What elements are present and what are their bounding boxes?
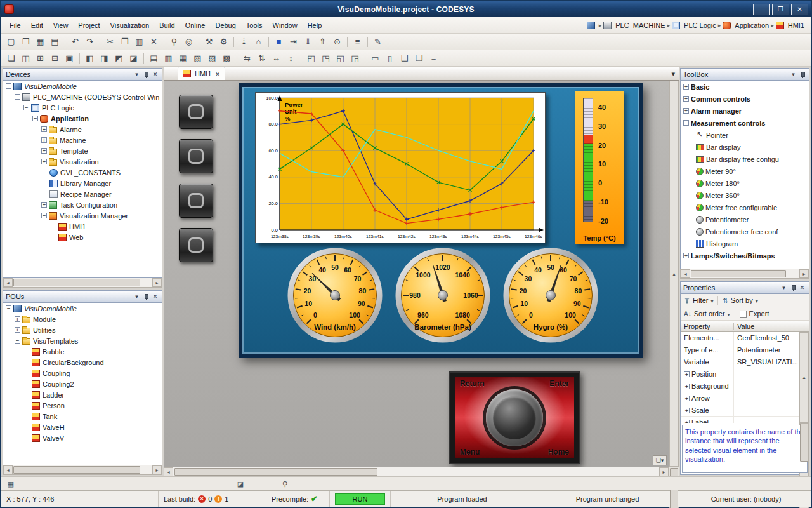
scroll-up-icon[interactable] [799, 332, 809, 423]
find-icon[interactable]: ⚲ [167, 35, 181, 48]
panel-menu-icon[interactable] [780, 284, 788, 292]
tree-item-plc-logic[interactable]: −PLC Logic [3, 102, 162, 113]
stop-icon[interactable]: ■ [272, 35, 286, 48]
layout-grid-icon[interactable]: ▦ [176, 51, 190, 65]
cut-icon[interactable]: ✂ [103, 35, 117, 48]
menu-debug[interactable]: Debug [211, 20, 240, 31]
close-panel-icon[interactable] [151, 293, 159, 301]
expander-icon[interactable]: + [683, 253, 689, 258]
tree-item-alarme[interactable]: +Alarme [3, 124, 162, 135]
property-row-scale[interactable]: +Scale [681, 404, 799, 417]
open-project-icon[interactable]: ❒ [18, 35, 33, 48]
toolbox-item-potentiometer-free-conf[interactable]: Potentiometer free conf [681, 225, 809, 237]
build-icon[interactable]: ⚒ [202, 35, 216, 48]
scroll-right-icon[interactable] [152, 465, 162, 474]
tree-item-person[interactable]: Person [3, 400, 162, 411]
property-column-header[interactable]: Property [681, 323, 734, 330]
toolbox-item-meter-180[interactable]: Meter 180° [681, 177, 809, 189]
expander-icon[interactable]: − [6, 305, 11, 311]
tree-item-machine[interactable]: +Machine [3, 135, 162, 145]
toolbox-item-alarm-manager[interactable]: +Alarm manager [681, 105, 809, 117]
menu-edit[interactable]: Edit [27, 20, 48, 31]
tree-item-module[interactable]: +Module [3, 314, 162, 324]
close-panel-icon[interactable] [151, 70, 159, 79]
toolbox-item-meter-360[interactable]: Meter 360° [681, 189, 809, 201]
expander-icon[interactable]: + [684, 420, 690, 424]
group-icon[interactable]: ▭ [368, 51, 383, 65]
expander-icon[interactable]: + [683, 84, 689, 90]
editor-hscrollbar[interactable] [164, 467, 679, 476]
expander-icon[interactable]: + [684, 371, 690, 377]
menu-build[interactable]: Build [155, 20, 179, 31]
scroll-left-icon[interactable] [681, 269, 690, 278]
tree-item-circularbackground[interactable]: CircularBackground [3, 357, 162, 368]
undo-icon[interactable]: ↶ [68, 35, 82, 48]
menu-window[interactable]: Window [268, 20, 302, 31]
toolbox-hscrollbar[interactable] [680, 269, 809, 279]
toolbox-item-bar-display-free-configu[interactable]: Bar display free configu [681, 153, 809, 165]
expander-icon[interactable]: + [41, 148, 47, 154]
menu-project[interactable]: Project [74, 20, 104, 31]
tree-item-bubble[interactable]: Bubble [3, 346, 162, 357]
scroll-thumb[interactable] [174, 468, 377, 476]
tab-hmi1[interactable]: HMI1 [178, 67, 225, 80]
zoom-tool-icon[interactable] [278, 478, 292, 490]
swap-vertical-icon[interactable]: ⇅ [254, 51, 269, 65]
tree-item-application[interactable]: −Application [3, 113, 162, 124]
layers-button[interactable] [653, 455, 667, 465]
menu-online[interactable]: Online [181, 20, 210, 31]
visualization-editor-canvas[interactable]: 100.080.060.040.020.00.0123m38s123m39s12… [164, 81, 669, 467]
scroll-thumb[interactable] [691, 270, 786, 277]
tree-item-tank[interactable]: Tank [3, 411, 162, 422]
pin-icon[interactable] [790, 284, 797, 292]
pin-icon[interactable] [799, 70, 806, 79]
save-icon[interactable]: ▦ [33, 35, 48, 48]
rows-icon[interactable]: ▤ [147, 51, 161, 65]
property-row-arrow[interactable]: +Arrow [681, 392, 799, 404]
print-icon[interactable]: ▤ [48, 35, 62, 48]
expander-icon[interactable]: − [32, 116, 38, 121]
pous-hscrollbar[interactable] [3, 465, 162, 475]
toolbox-item-meter-free-configurable[interactable]: Meter free configurable [681, 201, 809, 213]
expander-icon[interactable]: + [41, 202, 47, 208]
delete-icon[interactable]: ✕ [147, 35, 161, 48]
sort-by-dropdown-icon[interactable] [756, 297, 758, 304]
copy-icon[interactable]: ❐ [117, 35, 132, 48]
tree-item-visudemomobile[interactable]: −VisuDemoMobile [3, 81, 162, 91]
maximize-button[interactable] [772, 4, 789, 15]
pin-icon[interactable] [143, 293, 150, 301]
expander-icon[interactable]: − [41, 213, 47, 218]
phone-button-4[interactable] [179, 228, 213, 262]
align-left-icon[interactable]: ◧ [82, 51, 97, 65]
close-tab-icon[interactable] [215, 70, 220, 77]
panel-menu-icon[interactable] [133, 70, 141, 79]
value-column-header[interactable]: Value [734, 323, 809, 330]
property-row-position[interactable]: +Position [681, 368, 799, 380]
step-into-icon[interactable]: ⇓ [301, 35, 315, 48]
expander-icon[interactable]: − [23, 105, 29, 110]
tree-item-hmi1[interactable]: HMI1 [3, 221, 162, 232]
property-row-label[interactable]: +Label [681, 417, 799, 423]
properties-vscrollbar[interactable] [799, 332, 809, 423]
editor-vscrollbar[interactable] [669, 81, 679, 467]
tree-item-coupling2[interactable]: Coupling2 [3, 378, 162, 389]
list-icon[interactable]: ≡ [426, 51, 441, 65]
breakpoint-icon[interactable]: ⊙ [330, 35, 344, 48]
menu-visualization[interactable]: Visualization [106, 20, 154, 31]
panel-menu-icon[interactable] [789, 70, 797, 79]
gauge-wind[interactable]: 0102030405060708090100Wind (km/h) [283, 244, 387, 349]
pin-icon[interactable] [143, 70, 150, 79]
trend-chart[interactable]: 100.080.060.040.020.00.0123m38s123m39s12… [255, 92, 546, 243]
tab-list-dropdown-icon[interactable] [671, 70, 675, 78]
breadcrumb-item-hmi1[interactable]: HMI1 [788, 22, 804, 29]
tree-item-web[interactable]: Web [3, 232, 162, 243]
filter-button[interactable]: Filter [693, 297, 708, 304]
step-over-icon[interactable]: ⇥ [286, 35, 301, 48]
corner-br-icon[interactable]: ◲ [348, 51, 362, 65]
expander-icon[interactable]: + [684, 408, 690, 413]
keypad-home-button[interactable]: Home [548, 448, 569, 457]
tree-item-task-configuration[interactable]: +Task Configuration [3, 199, 162, 210]
tree-item-gvl-constants[interactable]: GVL_CONSTANTS [3, 167, 162, 178]
close-panel-icon[interactable] [798, 284, 806, 292]
scroll-right-icon[interactable] [659, 467, 669, 476]
